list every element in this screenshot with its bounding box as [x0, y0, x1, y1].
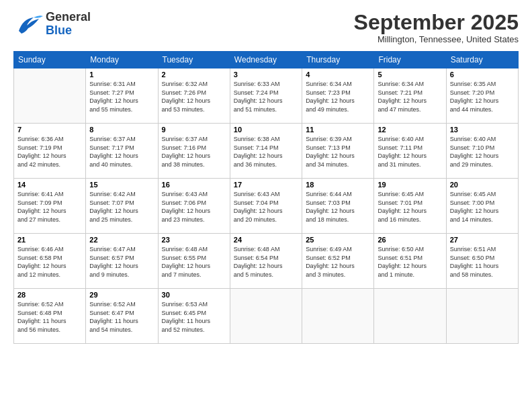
day-info: Sunrise: 6:45 AM Sunset: 7:01 PM Dayligh… — [378, 190, 442, 224]
col-saturday: Saturday — [446, 52, 518, 68]
page-header: General Blue September 2025 Millington, … — [13, 11, 519, 44]
table-row: 26Sunrise: 6:50 AM Sunset: 6:51 PM Dayli… — [374, 234, 446, 289]
day-number: 4 — [306, 71, 370, 79]
table-row: 9Sunrise: 6:37 AM Sunset: 7:16 PM Daylig… — [158, 124, 230, 179]
day-info: Sunrise: 6:37 AM Sunset: 7:17 PM Dayligh… — [89, 135, 154, 169]
day-number: 28 — [17, 291, 82, 299]
logo-bird-icon — [13, 12, 43, 36]
day-number: 26 — [378, 236, 442, 244]
col-sunday: Sunday — [14, 52, 86, 68]
day-number: 23 — [162, 236, 226, 244]
table-row: 20Sunrise: 6:45 AM Sunset: 7:00 PM Dayli… — [446, 179, 518, 234]
logo-text-general: General — [46, 11, 91, 24]
day-info: Sunrise: 6:32 AM Sunset: 7:26 PM Dayligh… — [162, 80, 226, 113]
day-info: Sunrise: 6:36 AM Sunset: 7:19 PM Dayligh… — [17, 135, 82, 169]
day-number: 15 — [89, 181, 154, 189]
day-number: 9 — [162, 126, 226, 134]
day-info: Sunrise: 6:40 AM Sunset: 7:11 PM Dayligh… — [378, 135, 442, 169]
calendar-week-row: 21Sunrise: 6:46 AM Sunset: 6:58 PM Dayli… — [14, 234, 519, 289]
day-number: 10 — [234, 126, 298, 134]
table-row: 24Sunrise: 6:48 AM Sunset: 6:54 PM Dayli… — [230, 234, 302, 289]
day-number: 27 — [450, 236, 515, 244]
calendar-week-row: 1Sunrise: 6:31 AM Sunset: 7:27 PM Daylig… — [14, 68, 519, 124]
day-info: Sunrise: 6:33 AM Sunset: 7:24 PM Dayligh… — [234, 80, 298, 113]
table-row — [446, 289, 518, 344]
title-section: September 2025 Millington, Tennessee, Un… — [354, 11, 519, 44]
table-row: 28Sunrise: 6:52 AM Sunset: 6:48 PM Dayli… — [14, 289, 86, 344]
day-info: Sunrise: 6:50 AM Sunset: 6:51 PM Dayligh… — [378, 245, 442, 279]
table-row: 8Sunrise: 6:37 AM Sunset: 7:17 PM Daylig… — [86, 124, 158, 179]
day-info: Sunrise: 6:39 AM Sunset: 7:13 PM Dayligh… — [306, 135, 370, 169]
table-row: 22Sunrise: 6:47 AM Sunset: 6:57 PM Dayli… — [86, 234, 158, 289]
day-number: 3 — [234, 71, 298, 79]
day-info: Sunrise: 6:40 AM Sunset: 7:10 PM Dayligh… — [450, 135, 515, 169]
table-row: 13Sunrise: 6:40 AM Sunset: 7:10 PM Dayli… — [446, 124, 518, 179]
day-number: 14 — [17, 181, 82, 189]
day-number: 25 — [306, 236, 370, 244]
day-number: 21 — [17, 236, 82, 244]
day-number: 30 — [162, 291, 226, 299]
table-row: 29Sunrise: 6:52 AM Sunset: 6:47 PM Dayli… — [86, 289, 158, 344]
day-info: Sunrise: 6:48 AM Sunset: 6:55 PM Dayligh… — [162, 245, 226, 279]
day-info: Sunrise: 6:37 AM Sunset: 7:16 PM Dayligh… — [162, 135, 226, 169]
day-info: Sunrise: 6:43 AM Sunset: 7:06 PM Dayligh… — [162, 190, 226, 224]
day-number: 7 — [17, 126, 82, 134]
day-info: Sunrise: 6:46 AM Sunset: 6:58 PM Dayligh… — [17, 245, 82, 279]
day-number: 24 — [234, 236, 298, 244]
day-number: 20 — [450, 181, 515, 189]
day-info: Sunrise: 6:47 AM Sunset: 6:57 PM Dayligh… — [89, 245, 154, 279]
table-row: 7Sunrise: 6:36 AM Sunset: 7:19 PM Daylig… — [14, 124, 86, 179]
day-number: 11 — [306, 126, 370, 134]
calendar-week-row: 28Sunrise: 6:52 AM Sunset: 6:48 PM Dayli… — [14, 289, 519, 344]
day-number: 2 — [162, 71, 226, 79]
day-info: Sunrise: 6:53 AM Sunset: 6:45 PM Dayligh… — [162, 300, 226, 334]
col-monday: Monday — [86, 52, 158, 68]
day-number: 22 — [89, 236, 154, 244]
day-number: 12 — [378, 126, 442, 134]
logo-text-blue: Blue — [46, 24, 91, 38]
day-info: Sunrise: 6:35 AM Sunset: 7:20 PM Dayligh… — [450, 80, 515, 113]
day-number: 1 — [89, 71, 154, 79]
table-row: 30Sunrise: 6:53 AM Sunset: 6:45 PM Dayli… — [158, 289, 230, 344]
table-row: 16Sunrise: 6:43 AM Sunset: 7:06 PM Dayli… — [158, 179, 230, 234]
day-info: Sunrise: 6:31 AM Sunset: 7:27 PM Dayligh… — [89, 80, 154, 113]
day-info: Sunrise: 6:45 AM Sunset: 7:00 PM Dayligh… — [450, 190, 515, 224]
col-thursday: Thursday — [302, 52, 374, 68]
table-row: 17Sunrise: 6:43 AM Sunset: 7:04 PM Dayli… — [230, 179, 302, 234]
table-row: 5Sunrise: 6:34 AM Sunset: 7:21 PM Daylig… — [374, 68, 446, 124]
calendar-header-row: Sunday Monday Tuesday Wednesday Thursday… — [14, 52, 519, 68]
location: Millington, Tennessee, United States — [354, 34, 519, 44]
table-row: 27Sunrise: 6:51 AM Sunset: 6:50 PM Dayli… — [446, 234, 518, 289]
day-number: 16 — [162, 181, 226, 189]
table-row: 12Sunrise: 6:40 AM Sunset: 7:11 PM Dayli… — [374, 124, 446, 179]
day-info: Sunrise: 6:49 AM Sunset: 6:52 PM Dayligh… — [306, 245, 370, 279]
table-row: 19Sunrise: 6:45 AM Sunset: 7:01 PM Dayli… — [374, 179, 446, 234]
col-friday: Friday — [374, 52, 446, 68]
day-number: 5 — [378, 71, 442, 79]
table-row: 1Sunrise: 6:31 AM Sunset: 7:27 PM Daylig… — [86, 68, 158, 124]
calendar-week-row: 7Sunrise: 6:36 AM Sunset: 7:19 PM Daylig… — [14, 124, 519, 179]
table-row — [14, 68, 86, 124]
day-info: Sunrise: 6:43 AM Sunset: 7:04 PM Dayligh… — [234, 190, 298, 224]
table-row: 4Sunrise: 6:34 AM Sunset: 7:23 PM Daylig… — [302, 68, 374, 124]
logo: General Blue — [13, 11, 91, 38]
table-row: 25Sunrise: 6:49 AM Sunset: 6:52 PM Dayli… — [302, 234, 374, 289]
table-row: 15Sunrise: 6:42 AM Sunset: 7:07 PM Dayli… — [86, 179, 158, 234]
day-number: 18 — [306, 181, 370, 189]
table-row: 18Sunrise: 6:44 AM Sunset: 7:03 PM Dayli… — [302, 179, 374, 234]
day-number: 13 — [450, 126, 515, 134]
table-row: 21Sunrise: 6:46 AM Sunset: 6:58 PM Dayli… — [14, 234, 86, 289]
day-info: Sunrise: 6:52 AM Sunset: 6:48 PM Dayligh… — [17, 300, 82, 334]
table-row — [302, 289, 374, 344]
day-info: Sunrise: 6:41 AM Sunset: 7:09 PM Dayligh… — [17, 190, 82, 224]
day-number: 6 — [450, 71, 515, 79]
day-info: Sunrise: 6:38 AM Sunset: 7:14 PM Dayligh… — [234, 135, 298, 169]
table-row: 3Sunrise: 6:33 AM Sunset: 7:24 PM Daylig… — [230, 68, 302, 124]
table-row: 23Sunrise: 6:48 AM Sunset: 6:55 PM Dayli… — [158, 234, 230, 289]
month-title: September 2025 — [354, 11, 519, 34]
table-row: 6Sunrise: 6:35 AM Sunset: 7:20 PM Daylig… — [446, 68, 518, 124]
day-info: Sunrise: 6:52 AM Sunset: 6:47 PM Dayligh… — [89, 300, 154, 334]
table-row: 11Sunrise: 6:39 AM Sunset: 7:13 PM Dayli… — [302, 124, 374, 179]
table-row — [230, 289, 302, 344]
calendar-week-row: 14Sunrise: 6:41 AM Sunset: 7:09 PM Dayli… — [14, 179, 519, 234]
